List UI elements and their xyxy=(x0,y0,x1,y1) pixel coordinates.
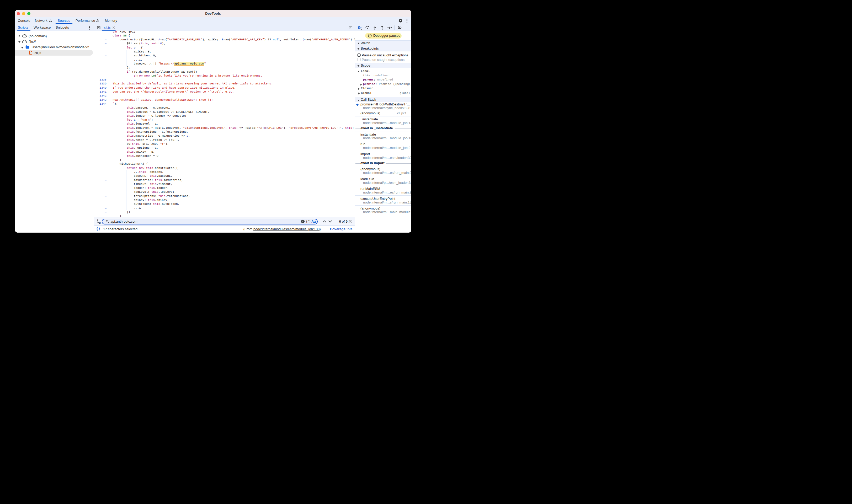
svg-text:A: A xyxy=(96,219,98,221)
svg-text:B: B xyxy=(99,221,101,224)
